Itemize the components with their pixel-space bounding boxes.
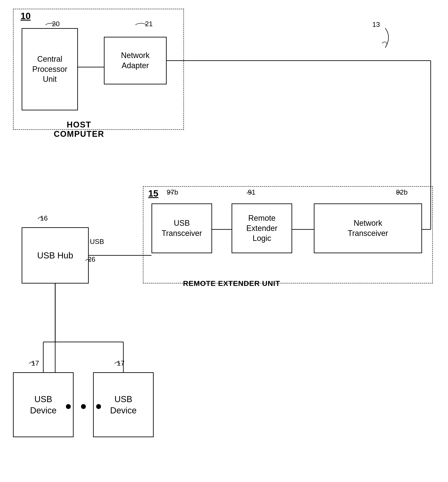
usb-device-2-label: USB Device: [110, 394, 136, 416]
usb-hub-label: USB Hub: [37, 250, 73, 261]
network-transceiver-label: Network Transceiver: [348, 218, 388, 239]
network-transceiver-ref: 92b: [396, 188, 408, 196]
network-adapter-box: Network Adapter: [104, 37, 167, 84]
network-adapter-ref: 21: [145, 20, 153, 28]
usb-hub-box: USB Hub: [22, 227, 89, 283]
host-computer-label: HOST COMPUTER: [41, 120, 117, 139]
network-transceiver-box: Network Transceiver: [314, 203, 422, 253]
usb-device-1-box: USB Device: [13, 372, 74, 437]
host-ref: 10: [21, 11, 31, 21]
usb-line-label: USB: [90, 238, 104, 246]
usb-line-ref: 26: [88, 255, 96, 263]
remote-logic-ref: 91: [248, 188, 256, 196]
network-adapter-label: Network Adapter: [121, 50, 150, 71]
remote-logic-box: Remote Extender Logic: [232, 203, 292, 253]
network-line-ref: 13: [372, 21, 380, 29]
usb-device-2-ref: 17: [117, 359, 125, 367]
remote-extender-label: REMOTE EXTENDER UNIT: [171, 279, 292, 288]
diagram: HOST COMPUTER 10 Central Processor Unit …: [0, 0, 448, 482]
cpu-box: Central Processor Unit: [22, 28, 78, 110]
remote-logic-label: Remote Extender Logic: [246, 213, 278, 243]
usb-hub-ref: 16: [40, 214, 48, 222]
dots-label: ● ● ●: [65, 399, 104, 412]
usb-transceiver-box: USB Transceiver: [152, 203, 212, 253]
usb-transceiver-label: USB Transceiver: [162, 218, 202, 239]
remote-ref: 15: [148, 188, 158, 199]
usb-device-1-ref: 17: [31, 359, 39, 367]
cpu-label: Central Processor Unit: [32, 54, 67, 84]
cpu-ref: 20: [52, 20, 60, 28]
usb-device-1-label: USB Device: [30, 394, 56, 416]
usb-transceiver-ref: 97b: [167, 188, 178, 196]
